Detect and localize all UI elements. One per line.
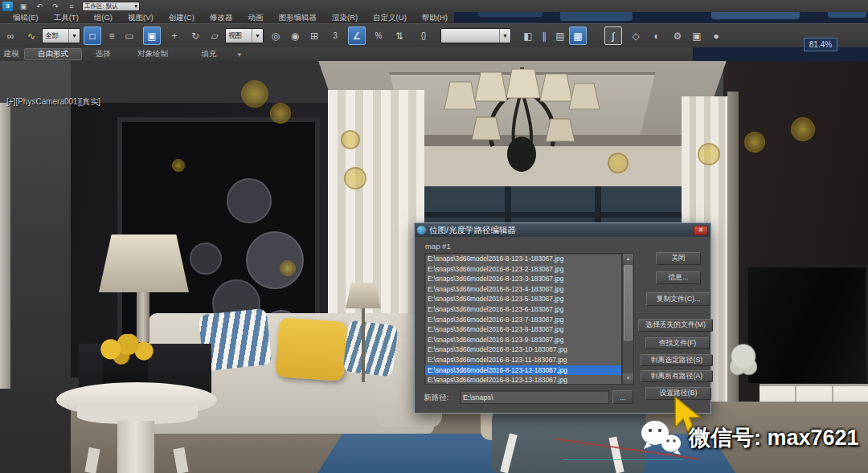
menu-customize[interactable]: 自定义(U) xyxy=(373,13,407,23)
menu-views[interactable]: 视图(V) xyxy=(128,13,154,23)
list-item[interactable]: E:\snaps\3d66model2016-8-123-13-183067.j… xyxy=(425,375,621,385)
tab-object-paint[interactable]: 对象绘制 xyxy=(130,48,175,60)
render-round-table-pedestal xyxy=(117,421,154,473)
list-item[interactable]: E:\snaps\3d66model2016-8-123-5-183067.jp… xyxy=(425,294,621,304)
material-editor-icon[interactable] xyxy=(648,27,665,45)
viewport-label[interactable]: [+][PhysCamera001][真实] xyxy=(6,96,100,108)
menu-edit[interactable]: 编辑(E) xyxy=(13,13,39,23)
bind-spacewarp-icon[interactable] xyxy=(23,27,40,45)
render-setup-icon[interactable] xyxy=(669,27,686,45)
strip-selected-paths-button[interactable]: 剥离选定路径(S) xyxy=(641,354,713,366)
strip-all-paths-button[interactable]: 剥离所有路径(A) xyxy=(641,370,713,382)
ribbon-minimize-icon[interactable]: ▾ xyxy=(231,48,248,60)
list-item-selected[interactable]: E:\snaps\3d66model2016-8-123-12-183067.j… xyxy=(425,365,621,376)
max-logo-icon[interactable]: 3 xyxy=(2,2,13,11)
align-icon[interactable] xyxy=(535,27,553,45)
lens-glare xyxy=(744,132,765,153)
list-item[interactable]: E:\snaps\3d66model2016-8-123-9-183067.jp… xyxy=(425,335,621,345)
scroll-up-icon[interactable]: ▲ xyxy=(623,254,633,264)
curve-editor-icon[interactable] xyxy=(604,27,622,45)
list-item[interactable]: E:\snaps\3d66model2016-8-123-7-183067.jp… xyxy=(425,315,621,325)
redo-icon[interactable]: ↷ xyxy=(50,2,61,11)
select-object-icon[interactable] xyxy=(84,27,101,45)
render-wall-plate xyxy=(246,231,304,289)
render-table-lamp-shade xyxy=(99,234,189,292)
find-files-button[interactable]: 查找文件(F) xyxy=(645,337,710,349)
workspace-selector[interactable]: 工作区: 默认 ▾ xyxy=(82,2,140,11)
file-path-list[interactable]: E:\snaps\3d66model2016-8-123-1-183067.jp… xyxy=(424,253,622,385)
select-by-name-icon[interactable] xyxy=(103,27,121,45)
mirror-icon[interactable] xyxy=(519,27,537,45)
menu-bar: 编辑(E) 工具(T) 组(G) 视图(V) 创建(C) 修改器 动画 图形编辑… xyxy=(0,12,454,23)
menu-animation[interactable]: 动画 xyxy=(248,13,263,23)
selection-filter-dropdown[interactable]: 全部▼ xyxy=(42,28,80,43)
selection-region-icon[interactable] xyxy=(121,27,138,45)
list-item[interactable]: E:\snaps\3d66model2016-8-123-11-183067.j… xyxy=(425,355,621,365)
list-item[interactable]: E:\snaps\3d66model2016-8-123-2-183067.jp… xyxy=(425,264,621,275)
select-manipulate-icon[interactable] xyxy=(286,27,304,45)
scroll-down-icon[interactable]: ▼ xyxy=(623,373,633,384)
copy-files-button[interactable]: 复制文件(C)... xyxy=(646,292,710,306)
watermark-text: 微信号: max7621 xyxy=(689,423,859,452)
spinner-snap-icon[interactable] xyxy=(391,27,408,45)
use-pivot-icon[interactable] xyxy=(267,27,285,45)
browse-button[interactable]: ... xyxy=(612,390,633,404)
menu-graph-editors[interactable]: 图形编辑器 xyxy=(278,13,317,23)
list-item[interactable]: E:\snaps\3d66model2016-8-123-3-183067.jp… xyxy=(425,274,621,284)
main-toolbar: 全部▼ 视图▼ ▼ xyxy=(0,23,868,47)
menu-help[interactable]: 帮助(H) xyxy=(422,13,448,23)
watermark: 微信号: max7621 xyxy=(639,419,859,456)
close-button[interactable]: 关闭 xyxy=(656,252,701,265)
ref-coord-dropdown[interactable]: 视图▼ xyxy=(225,28,264,43)
menu-group[interactable]: 组(G) xyxy=(94,13,113,23)
render-production-icon[interactable] xyxy=(707,27,725,45)
render-axis-line-cyan xyxy=(563,459,683,460)
info-button[interactable]: 信息... xyxy=(656,271,701,284)
render-flowers xyxy=(90,334,159,368)
scrollbar-thumb[interactable] xyxy=(624,265,633,340)
snap-toggle-icon[interactable] xyxy=(326,27,344,45)
tab-populate[interactable]: 填充 xyxy=(196,48,222,60)
tab-modeling[interactable]: 建模 xyxy=(0,48,23,60)
menu-create[interactable]: 创建(C) xyxy=(169,13,194,23)
save-icon[interactable]: ▣ xyxy=(18,2,29,11)
chevron-down-icon: ▼ xyxy=(252,29,260,43)
render-plant xyxy=(730,344,757,385)
select-missing-files-button[interactable]: 选择丢失的文件(M) xyxy=(638,319,713,332)
tab-freeform[interactable]: 自由形式 xyxy=(24,48,82,60)
lens-glare xyxy=(791,117,815,141)
render-small-lamp-stem xyxy=(362,308,365,382)
list-item[interactable]: E:\snaps\3d66model2016-8-123-8-183067.jp… xyxy=(425,324,621,335)
undo-icon[interactable]: ↶ xyxy=(34,2,45,11)
keyboard-override-icon[interactable] xyxy=(305,27,323,45)
tab-selection[interactable]: 选择 xyxy=(90,48,116,60)
dialog-titlebar[interactable]: 位图/光度学路径编辑器 ✕ xyxy=(415,223,710,237)
edit-named-sets-icon[interactable] xyxy=(415,27,432,45)
select-rotate-icon[interactable] xyxy=(186,27,204,45)
list-scrollbar[interactable]: ▲ ▼ xyxy=(622,253,634,385)
select-scale-icon[interactable] xyxy=(206,27,223,45)
menu-modifiers[interactable]: 修改器 xyxy=(210,13,233,23)
angle-snap-icon[interactable] xyxy=(348,27,366,45)
render-pillow-striped xyxy=(342,320,398,377)
list-item[interactable]: E:\snaps\3d66model2016-8-123-10-183067.j… xyxy=(425,345,621,355)
select-move-icon[interactable] xyxy=(166,27,183,45)
render-progress-badge: 81.4% xyxy=(804,38,837,51)
layer-manager-icon[interactable] xyxy=(551,27,569,45)
menu-tools[interactable]: 工具(T) xyxy=(54,13,79,23)
named-sets-dropdown[interactable]: ▼ xyxy=(440,28,511,43)
list-item[interactable]: E:\snaps\3d66model2016-8-123-1-183067.jp… xyxy=(425,254,621,264)
window-crossing-icon[interactable] xyxy=(143,27,161,45)
rendered-frame-icon[interactable] xyxy=(688,27,706,45)
ribbon-tab-bar: 建模 自由形式 选择 对象绘制 填充 ▾ xyxy=(0,47,693,61)
project-folder-icon[interactable]: ≡ xyxy=(66,2,77,11)
list-item[interactable]: E:\snaps\3d66model2016-8-123-6-183067.jp… xyxy=(425,304,621,315)
menu-rendering[interactable]: 渲染(R) xyxy=(332,13,358,23)
schematic-view-icon[interactable] xyxy=(627,27,645,45)
percent-snap-icon[interactable] xyxy=(370,27,387,45)
list-item[interactable]: E:\snaps\3d66model2016-8-123-4-183067.jp… xyxy=(425,284,621,295)
ribbon-toggle-icon[interactable] xyxy=(569,27,587,45)
select-link-icon[interactable] xyxy=(2,27,19,45)
close-icon[interactable]: ✕ xyxy=(694,226,708,235)
new-path-input[interactable] xyxy=(460,390,609,404)
